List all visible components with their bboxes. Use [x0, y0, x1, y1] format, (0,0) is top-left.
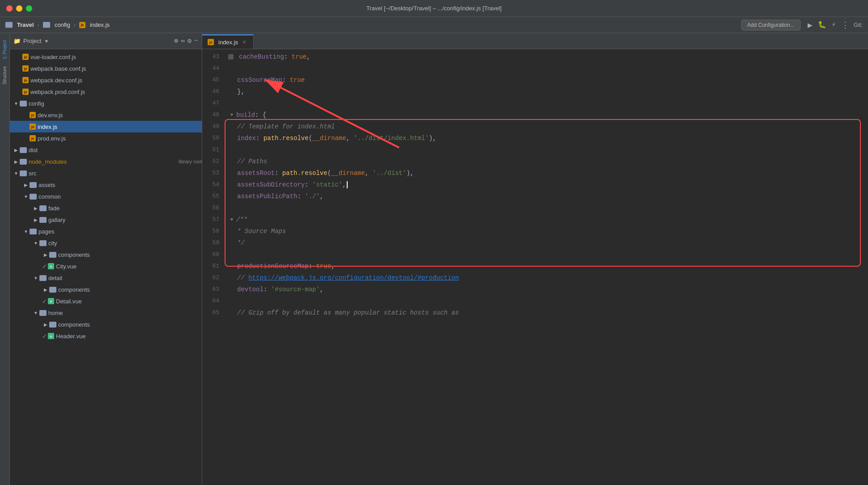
project-panel: 📁 Project ▼ ⊕ ⇔ ⚙ − js vue-loader.conf.j… [10, 33, 202, 485]
minimize-panel-icon[interactable]: − [194, 37, 198, 45]
minimize-button[interactable] [16, 5, 22, 12]
list-item[interactable]: ▼ home [10, 307, 202, 319]
js-file-icon: js [22, 65, 29, 72]
run-icon[interactable]: ▶ [807, 19, 813, 31]
tab-close-icon[interactable]: × [241, 38, 248, 46]
folder-arrow-icon: ▼ [32, 276, 39, 281]
breadcrumb-file[interactable]: index.js [90, 21, 110, 28]
list-item[interactable]: ✓ v Header.vue [10, 330, 202, 342]
folder-icon [20, 159, 27, 165]
list-item[interactable]: ▼ common [10, 191, 202, 202]
js-file-icon: js [30, 123, 36, 130]
text-cursor [347, 181, 348, 188]
breadcrumb-config[interactable]: config [55, 21, 70, 28]
add-configuration-button[interactable]: Add Configuration... [741, 20, 800, 30]
nav-icons: ▶ 🐛 ⚡ ⋮ Git: [807, 19, 863, 31]
more-icon[interactable]: ⋮ [840, 19, 850, 31]
list-item[interactable]: ▶ components [10, 284, 202, 295]
list-item[interactable]: js webpack.dev.conf.js [10, 74, 202, 86]
fold-icon[interactable]: ▼ [228, 216, 235, 223]
list-item[interactable]: ▶ dist [10, 144, 202, 156]
folder-arrow-icon: ▶ [42, 322, 49, 327]
close-button[interactable] [6, 5, 13, 12]
folder-arrow-icon: ▶ [42, 252, 49, 257]
tab-bar: js index.js × [202, 33, 868, 49]
list-item[interactable]: ▼ detail [10, 272, 202, 284]
list-item[interactable]: ▶ node_modules library root [10, 156, 202, 167]
folder-icon [5, 22, 13, 28]
code-line [228, 249, 868, 260]
code-lines[interactable]: cacheBusting: true, cssSourceMap: true }… [225, 51, 868, 483]
list-item[interactable]: ▶ fade [10, 202, 202, 214]
code-line: * Source Maps [228, 225, 868, 237]
collapse-icon[interactable]: ⇔ [181, 37, 185, 45]
editor-area: js index.js × 43 44 45 [202, 33, 868, 485]
list-item[interactable]: ▶ gallary [10, 214, 202, 225]
settings-icon[interactable]: ⚙ [187, 37, 191, 45]
js-file-icon: js [30, 135, 36, 141]
list-item[interactable]: js webpack.base.conf.js [10, 63, 202, 74]
folder-arrow-icon: ▼ [32, 311, 39, 315]
coverage-icon[interactable]: ⚡ [831, 20, 837, 30]
maximize-button[interactable] [26, 5, 32, 12]
sidebar-item-structure[interactable]: Structure [1, 64, 8, 87]
list-item[interactable]: js dev.env.js [10, 109, 202, 121]
js-file-icon: js [22, 77, 29, 83]
folder-icon [39, 240, 47, 246]
code-line [228, 98, 868, 109]
folder-icon [49, 252, 56, 258]
list-item[interactable]: js webpack.prod.conf.js [10, 86, 202, 98]
list-item[interactable]: ▼ src [10, 167, 202, 179]
vue-file-icon: v [48, 333, 54, 339]
code-line [228, 202, 868, 214]
folder-arrow-icon: ▶ [22, 183, 30, 187]
folder-icon-config [43, 22, 50, 28]
list-item[interactable]: ✓ v Detail.vue [10, 295, 202, 307]
folder-icon [20, 170, 27, 176]
code-line: cssSourceMap: true [228, 74, 868, 86]
folder-icon [30, 194, 37, 200]
git-label: Git: [854, 21, 863, 28]
vue-file-icon: v [48, 263, 54, 269]
folder-icon [39, 275, 47, 281]
code-line: cacheBusting: true, [228, 51, 868, 63]
folder-arrow-icon: ▼ [22, 194, 30, 199]
list-item[interactable]: ▶ assets [10, 179, 202, 191]
folder-arrow-icon: ▼ [22, 229, 30, 234]
js-file-icon: js [30, 112, 36, 118]
folder-arrow-icon: ▼ [13, 101, 20, 106]
list-item[interactable]: ▼ pages [10, 225, 202, 237]
code-line: assetsPublicPath: './', [228, 191, 868, 202]
sidebar-item-project[interactable]: 1: Project [1, 38, 8, 62]
list-item[interactable]: ▶ components [10, 249, 202, 260]
dropdown-arrow-icon[interactable]: ▼ [44, 38, 49, 44]
folder-arrow-icon: ▶ [13, 148, 20, 153]
code-editor[interactable]: 43 44 45 46 47 48 49 50 51 52 53 54 55 5… [202, 49, 868, 485]
list-item[interactable]: ▼ config [10, 98, 202, 109]
code-line: productionSourceMap: true, [228, 260, 868, 272]
vue-file-icon: v [48, 298, 54, 304]
file-tree: js vue-loader.conf.js js webpack.base.co… [10, 49, 202, 485]
list-item-city[interactable]: ▼ city [10, 237, 202, 249]
list-item-index-js[interactable]: js index.js [10, 121, 202, 132]
tab-index-js[interactable]: js index.js × [202, 34, 254, 49]
folder-arrow-icon: ▼ [32, 241, 39, 246]
breadcrumb[interactable]: Travel › config › js index.js [5, 21, 110, 28]
panel-header-icons: ⊕ ⇔ ⚙ − [174, 37, 198, 45]
add-icon[interactable]: ⊕ [174, 37, 178, 45]
breadcrumb-project[interactable]: Travel [17, 21, 34, 28]
fold-icon[interactable]: ▼ [228, 111, 235, 119]
list-item[interactable]: ▶ components [10, 319, 202, 330]
list-item[interactable]: ✓ v City.vue [10, 260, 202, 272]
code-line: assetsRoot: path.resolve(__dirname, '../… [228, 167, 868, 179]
debug-icon[interactable]: 🐛 [817, 20, 827, 30]
list-item[interactable]: js vue-loader.conf.js [10, 51, 202, 63]
js-file-icon: js [22, 54, 29, 60]
list-item[interactable]: js prod.env.js [10, 132, 202, 144]
folder-arrow-icon: ▶ [42, 287, 49, 292]
folder-icon [30, 229, 37, 234]
folder-arrow-icon: ▶ [32, 206, 39, 211]
js-tab-icon: js [208, 39, 214, 45]
traffic-lights[interactable] [6, 5, 32, 12]
code-line: ▼ /** [228, 214, 868, 225]
